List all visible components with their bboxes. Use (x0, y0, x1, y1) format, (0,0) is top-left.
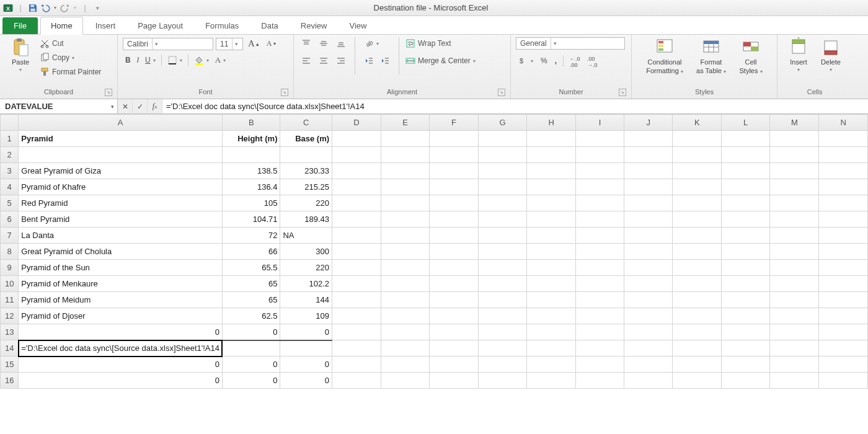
copy-button[interactable]: Copy ▾ (40, 51, 101, 64)
cell-G1[interactable] (478, 131, 527, 147)
formula-input[interactable]: ='D:\Excel doc data sync\[Source data.xl… (162, 99, 868, 113)
row-header[interactable]: 11 (1, 292, 19, 308)
cell-I3[interactable] (576, 163, 624, 179)
cell-B1[interactable]: Height (m) (222, 131, 280, 147)
cell-B8[interactable]: 66 (222, 244, 280, 260)
cell-D5[interactable] (332, 195, 381, 211)
cell-M6[interactable] (770, 211, 819, 228)
clipboard-launcher-icon[interactable]: ↘ (105, 89, 112, 96)
cell-A7[interactable]: La Danta (19, 228, 223, 244)
cell-N10[interactable] (819, 276, 868, 292)
cell-M1[interactable] (770, 131, 819, 147)
cell-E11[interactable] (381, 292, 430, 308)
merge-center-button[interactable]: Merge & Center ▾ (405, 55, 476, 67)
cell-J14[interactable] (624, 340, 673, 356)
cell-C13[interactable]: 0 (280, 324, 332, 340)
cell-K7[interactable] (673, 228, 722, 244)
cell-D12[interactable] (332, 308, 381, 324)
cell-E16[interactable] (381, 373, 430, 389)
tab-file[interactable]: File (2, 17, 38, 34)
number-format-combo[interactable]: General▾ (516, 37, 625, 50)
shrink-font-button[interactable]: A▾ (264, 38, 278, 50)
wrap-text-button[interactable]: Wrap Text (405, 37, 476, 50)
tab-page-layout[interactable]: Page Layout (128, 17, 193, 34)
font-name-combo[interactable]: Calibri▾ (123, 38, 213, 50)
cell-G3[interactable] (478, 163, 527, 179)
undo-icon[interactable] (40, 2, 51, 14)
cell-C6[interactable]: 189.43 (280, 211, 332, 228)
align-right-button[interactable] (334, 55, 348, 67)
cell-H5[interactable] (527, 195, 576, 211)
cell-G10[interactable] (478, 276, 527, 292)
tab-formulas[interactable]: Formulas (195, 17, 249, 34)
align-left-button[interactable] (299, 55, 314, 67)
cell-N14[interactable] (819, 340, 868, 356)
cell-F11[interactable] (430, 292, 478, 308)
cell-F8[interactable] (430, 244, 478, 260)
cell-F13[interactable] (430, 324, 478, 340)
cell-H12[interactable] (527, 308, 576, 324)
cell-K5[interactable] (673, 195, 722, 211)
cell-F16[interactable] (430, 373, 478, 389)
cell-B7[interactable]: 72 (222, 228, 280, 244)
cell-N3[interactable] (819, 163, 868, 179)
cell-B5[interactable]: 105 (222, 195, 280, 211)
cell-I6[interactable] (576, 211, 624, 228)
row-header[interactable]: 9 (1, 260, 19, 276)
copy-dropdown-icon[interactable]: ▾ (72, 55, 74, 61)
cancel-formula-button[interactable]: ✕ (118, 99, 133, 114)
cell-F9[interactable] (430, 260, 478, 276)
percent-format-button[interactable]: % (538, 55, 550, 66)
format-painter-button[interactable]: Format Painter (40, 66, 101, 78)
cell-K9[interactable] (673, 260, 722, 276)
row-header[interactable]: 7 (1, 228, 19, 244)
cell-G13[interactable] (478, 324, 527, 340)
column-header-J[interactable]: J (624, 115, 673, 131)
cell-L16[interactable] (722, 373, 770, 389)
cell-I13[interactable] (576, 324, 624, 340)
cell-L2[interactable] (722, 147, 770, 163)
cell-K6[interactable] (673, 211, 722, 228)
cell-I9[interactable] (576, 260, 624, 276)
row-header[interactable]: 13 (1, 324, 19, 340)
cell-F3[interactable] (430, 163, 478, 179)
delete-cells-button[interactable]: Delete ▾ (817, 37, 845, 73)
cell-I4[interactable] (576, 179, 624, 195)
cell-J16[interactable] (624, 373, 673, 389)
cell-M15[interactable] (770, 356, 819, 373)
cell-A8[interactable]: Great Pyramid of Cholula (19, 244, 223, 260)
bold-button[interactable]: B (123, 55, 133, 66)
cell-J7[interactable] (624, 228, 673, 244)
cell-M10[interactable] (770, 276, 819, 292)
cell-J3[interactable] (624, 163, 673, 179)
cell-L5[interactable] (722, 195, 770, 211)
cell-C14[interactable] (280, 340, 332, 356)
tab-view[interactable]: View (339, 17, 376, 34)
cell-F6[interactable] (430, 211, 478, 228)
cell-N2[interactable] (819, 147, 868, 163)
cell-L6[interactable] (722, 211, 770, 228)
cell-N8[interactable] (819, 244, 868, 260)
cell-A15[interactable]: 0 (19, 356, 223, 373)
column-header-C[interactable]: C (280, 115, 332, 131)
column-header-H[interactable]: H (527, 115, 576, 131)
cell-H15[interactable] (527, 356, 576, 373)
align-top-button[interactable] (299, 37, 314, 50)
cell-E5[interactable] (381, 195, 430, 211)
cell-F7[interactable] (430, 228, 478, 244)
cell-I12[interactable] (576, 308, 624, 324)
column-header-L[interactable]: L (722, 115, 770, 131)
cell-K16[interactable] (673, 373, 722, 389)
cell-D6[interactable] (332, 211, 381, 228)
cell-G4[interactable] (478, 179, 527, 195)
cell-K8[interactable] (673, 244, 722, 260)
cell-K4[interactable] (673, 179, 722, 195)
cell-M7[interactable] (770, 228, 819, 244)
cell-C15[interactable]: 0 (280, 356, 332, 373)
cell-L12[interactable] (722, 308, 770, 324)
comma-format-button[interactable]: , (552, 55, 559, 66)
insert-function-button[interactable]: fx (148, 99, 162, 114)
cell-H16[interactable] (527, 373, 576, 389)
italic-button[interactable]: I (135, 55, 141, 66)
select-all-corner[interactable] (1, 115, 19, 131)
